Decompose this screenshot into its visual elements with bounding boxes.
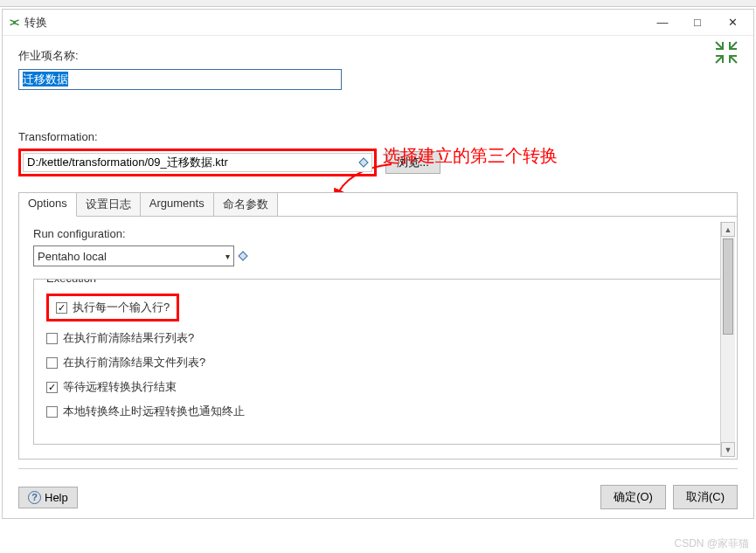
watermark: CSDN @家菲猫	[674, 536, 749, 551]
run-config-value: Pentaho local	[38, 250, 107, 263]
tabs-area: Options 设置日志 Arguments 命名参数 Run configur…	[18, 192, 738, 460]
tab-arguments[interactable]: Arguments	[141, 193, 214, 216]
vertical-scrollbar[interactable]: ▲ ▼	[720, 222, 735, 457]
checkbox-label: 等待远程转换执行结束	[63, 379, 177, 395]
app-icon: ><	[10, 16, 16, 29]
job-name-value: 迁移数据	[23, 72, 68, 86]
close-button[interactable]: ✕	[715, 10, 750, 35]
help-label: Help	[45, 491, 68, 504]
checkbox-label: 执行每一个输入行?	[73, 300, 170, 315]
checkbox-execute-every-row[interactable]	[56, 302, 67, 314]
variable-picker-icon[interactable]	[238, 251, 247, 260]
footer-separator	[18, 468, 738, 469]
transformation-label: Transformation:	[18, 130, 738, 143]
help-button[interactable]: ? Help	[18, 487, 78, 508]
maximize-button[interactable]: □	[680, 10, 715, 35]
scroll-down-button[interactable]: ▼	[721, 442, 735, 457]
run-config-label: Run configuration:	[33, 227, 723, 240]
run-config-dropdown[interactable]: Pentaho local ▾	[33, 245, 234, 266]
transformation-path-input[interactable]	[23, 153, 372, 172]
transformation-input-highlight	[18, 149, 377, 176]
cancel-button[interactable]: 取消(C)	[673, 485, 738, 509]
checkbox-label: 在执行前清除结果行列表?	[63, 330, 194, 346]
help-icon: ?	[28, 491, 41, 504]
titlebar-controls: — □ ✕	[645, 10, 750, 35]
window-title: 转换	[24, 15, 645, 31]
ok-button[interactable]: 确定(O)	[600, 485, 666, 509]
checkbox-highlight: 执行每一个输入行?	[46, 294, 179, 321]
checkbox-notify-remote-abort[interactable]	[46, 406, 58, 418]
checkbox-clear-result-rows[interactable]	[46, 333, 58, 344]
job-name-label: 作业项名称:	[18, 48, 738, 64]
editor-tabs-remnant	[0, 0, 756, 7]
job-name-row: 作业项名称: 迁移数据	[18, 48, 738, 90]
checkbox-clear-result-files[interactable]	[46, 357, 58, 369]
transformation-row: Transformation: 浏览...	[18, 130, 738, 176]
tabs-header: Options 设置日志 Arguments 命名参数	[19, 192, 737, 217]
dialog-content: 作业项名称: 迁移数据 选择建立的第三个转换 Transformation:	[3, 36, 753, 476]
chevron-down-icon: ▾	[225, 252, 230, 261]
tab-options[interactable]: Options	[19, 193, 77, 217]
browse-button[interactable]: 浏览...	[385, 151, 440, 174]
checkbox-label: 在执行前清除结果文件列表?	[63, 355, 205, 370]
scroll-thumb[interactable]	[723, 238, 733, 335]
tab-logging[interactable]: 设置日志	[77, 193, 141, 216]
titlebar: >< 转换 — □ ✕	[3, 10, 753, 36]
execution-legend: Execution	[43, 279, 100, 285]
collapse-icon[interactable]	[715, 41, 738, 66]
checkbox-wait-remote[interactable]	[46, 382, 58, 393]
checkbox-label: 本地转换终止时远程转换也通知终止	[63, 404, 245, 419]
dialog-window: >< 转换 — □ ✕ 作业项名称: 迁移数据	[2, 9, 754, 519]
tab-content-options: Run configuration: Pentaho local ▾ Execu…	[19, 217, 737, 459]
job-name-input[interactable]: 迁移数据	[18, 69, 342, 90]
dialog-footer: ? Help 确定(O) 取消(C)	[3, 476, 753, 518]
execution-fieldset: Execution 执行每一个输入行? 在执行前清除结果行列表? 在执行前清除结…	[33, 279, 723, 445]
minimize-button[interactable]: —	[645, 10, 680, 35]
scroll-up-button[interactable]: ▲	[721, 222, 735, 237]
tab-named-params[interactable]: 命名参数	[214, 193, 278, 216]
